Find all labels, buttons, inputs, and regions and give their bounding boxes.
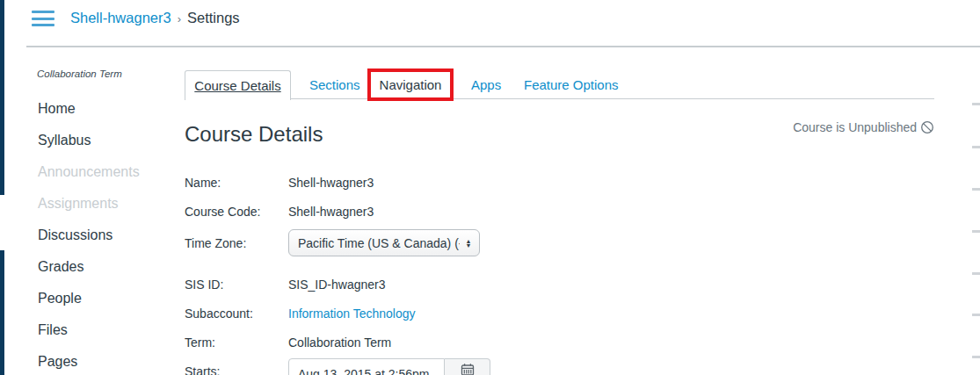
sidebar-item-home[interactable]: Home: [38, 101, 76, 117]
clipped-right-panel-edge: [972, 188, 980, 191]
field-row-subaccount: Subaccount:Information Technology: [185, 306, 416, 321]
global-nav-edge: [0, 250, 4, 375]
publish-status: Course is Unpublished: [790, 120, 934, 134]
clipped-right-panel-edge: [972, 272, 980, 275]
tab-sections[interactable]: Sections: [309, 77, 360, 92]
subaccount-link[interactable]: Information Technology: [288, 306, 416, 321]
global-nav-edge: [0, 0, 4, 195]
sidebar-item-announcements[interactable]: Announcements: [38, 164, 140, 180]
breadcrumb-separator: ›: [171, 12, 187, 25]
field-row-starts: Starts:: [185, 364, 288, 375]
clipped-right-panel-edge: [972, 230, 980, 233]
name-label: Name:: [185, 176, 288, 190]
clipped-right-panel-edge: [972, 146, 980, 148]
starts-date-input[interactable]: [288, 358, 445, 375]
clipped-right-panel-edge: [972, 103, 980, 105]
field-row-sis-id: SIS ID:SIS_ID-hwagner3: [185, 278, 386, 292]
starts-label: Starts:: [185, 364, 288, 375]
tab-navigation[interactable]: Navigation: [367, 69, 454, 101]
hamburger-menu-icon[interactable]: [32, 11, 54, 28]
sidebar-item-people[interactable]: People: [38, 291, 82, 306]
clipped-right-panel-edge: [972, 314, 980, 316]
time-zone-select[interactable]: Pacific Time (US & Canada) (-0 ▲▼: [288, 229, 480, 256]
sidebar-item-assignments[interactable]: Assignments: [38, 196, 119, 212]
publish-status-text: Course is Unpublished: [793, 120, 917, 134]
sidebar-item-discussions[interactable]: Discussions: [38, 227, 113, 243]
page-title: Course Details: [185, 122, 323, 147]
field-row-name: Name:Shell-hwagner3: [185, 176, 374, 190]
select-stepper-icon: ▲▼: [460, 239, 479, 248]
breadcrumb-current: Settings: [187, 10, 240, 25]
time-zone-label: Time Zone:: [185, 236, 288, 250]
breadcrumb: Shell-hwagner3›Settings: [70, 10, 240, 26]
header-divider: [26, 46, 980, 47]
field-row-course-code: Course Code:Shell-hwagner3: [185, 205, 374, 219]
tabstrip-bottom-border: [185, 98, 934, 99]
course-code-value: Shell-hwagner3: [288, 205, 374, 219]
sis-id-label: SIS ID:: [185, 278, 288, 292]
sidebar-item-pages[interactable]: Pages: [38, 354, 77, 370]
sis-id-value: SIS_ID-hwagner3: [288, 278, 386, 292]
tab-feature-options[interactable]: Feature Options: [524, 77, 619, 92]
field-row-term: Term:Collaboration Term: [185, 335, 391, 350]
term-value: Collaboration Term: [288, 335, 391, 350]
tab-apps[interactable]: Apps: [471, 77, 501, 92]
term-label: Term:: [185, 335, 288, 350]
sidebar-item-grades[interactable]: Grades: [38, 259, 83, 275]
ban-icon: [920, 120, 934, 134]
name-value: Shell-hwagner3: [288, 176, 374, 190]
sidebar-term-label: Collaboration Term: [37, 69, 122, 79]
sidebar-item-syllabus[interactable]: Syllabus: [38, 133, 91, 148]
breadcrumb-course-link[interactable]: Shell-hwagner3: [70, 10, 171, 25]
subaccount-label: Subaccount:: [185, 306, 288, 321]
calendar-icon: [461, 363, 475, 375]
starts-calendar-button[interactable]: [445, 358, 490, 375]
time-zone-selected-value: Pacific Time (US & Canada) (-0: [289, 236, 460, 250]
tab-course-details[interactable]: Course Details: [185, 70, 291, 100]
field-row-time-zone: Time Zone:: [185, 236, 288, 250]
canvas-settings-page: Shell-hwagner3›Settings Collaboration Te…: [0, 0, 980, 375]
course-code-label: Course Code:: [185, 205, 288, 219]
sidebar-item-files[interactable]: Files: [38, 322, 68, 338]
starts-date-group: [288, 358, 490, 375]
clipped-right-panel-edge: [972, 356, 980, 358]
